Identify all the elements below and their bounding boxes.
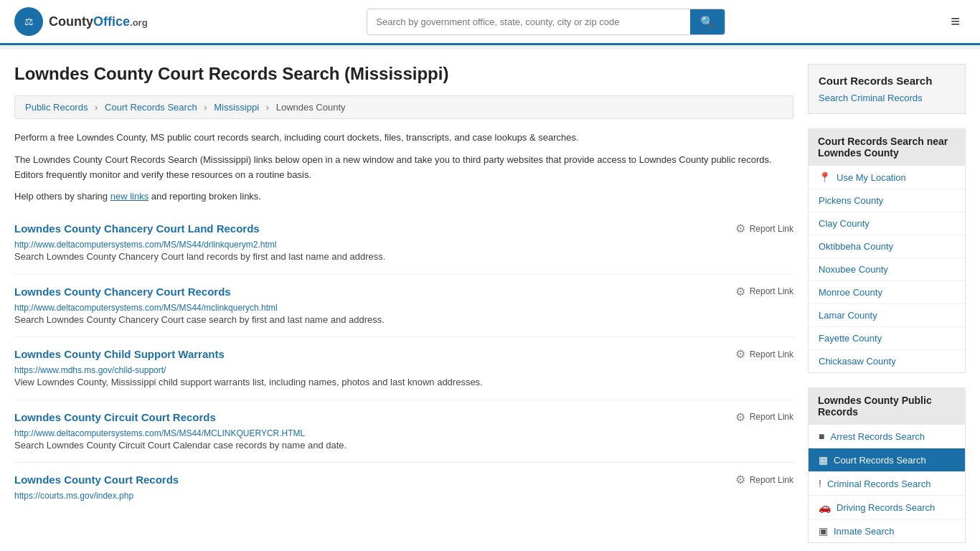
location-dot-icon: 📍 xyxy=(819,171,831,183)
breadcrumb-public-records[interactable]: Public Records xyxy=(25,102,88,113)
record-url-3[interactable]: http://www.deltacomputersystems.com/MS/M… xyxy=(14,428,305,438)
main-container: Lowndes County Court Records Search (Mis… xyxy=(0,50,980,551)
record-header: Lowndes County Child Support Warrants ⚙ … xyxy=(14,347,793,361)
inmate-icon: ▣ xyxy=(819,525,828,537)
public-records-section: Lowndes County Public Records ■Arrest Re… xyxy=(808,387,966,543)
record-title-4[interactable]: Lowndes County Court Records xyxy=(14,474,179,486)
ad-panel: Court Records Search Search Criminal Rec… xyxy=(808,64,966,114)
pub-record-1[interactable]: ▦Court Records Search xyxy=(809,448,965,472)
record-url-4[interactable]: https://courts.ms.gov/index.php xyxy=(14,491,133,501)
pub-record-label-1: Court Records Search xyxy=(834,455,926,466)
record-title-2[interactable]: Lowndes County Child Support Warrants xyxy=(14,348,225,360)
nearby-county-0[interactable]: Pickens County xyxy=(809,189,965,212)
court-icon: ▦ xyxy=(819,454,828,466)
nearby-counties-links: 📍 Use My Location Pickens CountyClay Cou… xyxy=(808,166,966,373)
records-list: Lowndes County Chancery Court Land Recor… xyxy=(14,212,793,511)
report-icon-4: ⚙ xyxy=(735,473,745,486)
record-header: Lowndes County Court Records ⚙ Report Li… xyxy=(14,473,793,486)
pub-record-0[interactable]: ■Arrest Records Search xyxy=(809,425,965,448)
arrest-icon: ■ xyxy=(819,430,824,442)
breadcrumb-mississippi[interactable]: Mississippi xyxy=(214,102,259,113)
record-desc-0: Search Lowndes County Chancery Court lan… xyxy=(14,250,793,264)
pub-record-label-0: Arrest Records Search xyxy=(830,431,925,442)
pub-record-label-4: Inmate Search xyxy=(834,526,895,537)
report-icon-0: ⚙ xyxy=(735,222,745,235)
report-icon-3: ⚙ xyxy=(735,410,745,424)
report-link-2[interactable]: ⚙ Report Link xyxy=(735,347,793,361)
record-header: Lowndes County Chancery Court Land Recor… xyxy=(14,222,793,235)
search-bar: 🔍 xyxy=(367,9,725,35)
record-desc-3: Search Lowndes County Circuit Court Cale… xyxy=(14,438,793,453)
record-item: Lowndes County Child Support Warrants ⚙ … xyxy=(14,337,793,400)
nearby-county-4[interactable]: Monroe County xyxy=(809,281,965,304)
pub-record-label-3: Driving Records Search xyxy=(837,502,935,513)
record-title-0[interactable]: Lowndes County Chancery Court Land Recor… xyxy=(14,222,260,235)
public-records-title: Lowndes County Public Records xyxy=(808,387,966,425)
nearby-counties-section: Court Records Search near Lowndes County… xyxy=(808,128,966,373)
pub-record-2[interactable]: !Criminal Records Search xyxy=(809,472,965,496)
nearby-county-1[interactable]: Clay County xyxy=(809,212,965,235)
driving-icon: 🚗 xyxy=(819,501,831,513)
page-title: Lowndes County Court Records Search (Mis… xyxy=(14,64,793,84)
report-link-4[interactable]: ⚙ Report Link xyxy=(735,473,793,486)
new-links-link[interactable]: new links xyxy=(110,191,149,202)
sidebar: Court Records Search Search Criminal Rec… xyxy=(808,64,966,551)
logo-area: ⚖ CountyOffice.org xyxy=(14,7,148,36)
nearby-counties-container: Pickens CountyClay CountyOktibbeha Count… xyxy=(809,189,965,372)
ad-panel-title: Court Records Search xyxy=(819,75,955,87)
nearby-county-5[interactable]: Lamar County xyxy=(809,304,965,327)
report-link-1[interactable]: ⚙ Report Link xyxy=(735,285,793,298)
description-3: Help others by sharing new links and rep… xyxy=(14,189,793,204)
description-1: Perform a free Lowndes County, MS public… xyxy=(14,131,793,146)
criminal-icon: ! xyxy=(819,478,821,489)
breadcrumb-court-records[interactable]: Court Records Search xyxy=(105,102,197,113)
pub-record-label-2: Criminal Records Search xyxy=(827,479,931,489)
record-title-3[interactable]: Lowndes County Circuit Court Records xyxy=(14,411,216,423)
breadcrumb-current: Lowndes County xyxy=(276,102,346,113)
desc3-post: and reporting broken links. xyxy=(149,191,261,202)
record-item: Lowndes County Court Records ⚙ Report Li… xyxy=(14,463,793,511)
record-desc-1: Search Lowndes County Chancery Court cas… xyxy=(14,313,793,327)
record-header: Lowndes County Circuit Court Records ⚙ R… xyxy=(14,410,793,424)
record-url-0[interactable]: http://www.deltacomputersystems.com/MS/M… xyxy=(14,240,276,250)
nearby-county-3[interactable]: Noxubee County xyxy=(809,258,965,281)
report-icon-2: ⚙ xyxy=(735,347,745,361)
logo-text: CountyOffice.org xyxy=(49,14,148,29)
use-my-location[interactable]: 📍 Use My Location xyxy=(809,166,965,189)
record-url-1[interactable]: http://www.deltacomputersystems.com/MS/M… xyxy=(14,303,278,313)
report-link-3[interactable]: ⚙ Report Link xyxy=(735,410,793,424)
report-icon-1: ⚙ xyxy=(735,285,745,298)
svg-text:⚖: ⚖ xyxy=(24,16,34,27)
search-button[interactable]: 🔍 xyxy=(690,9,725,34)
nearby-counties-title: Court Records Search near Lowndes County xyxy=(808,128,966,166)
record-item: Lowndes County Circuit Court Records ⚙ R… xyxy=(14,400,793,463)
menu-button[interactable]: ≡ xyxy=(945,9,966,34)
content-area: Lowndes County Court Records Search (Mis… xyxy=(14,64,793,551)
logo-icon: ⚖ xyxy=(14,7,43,36)
record-header: Lowndes County Chancery Court Records ⚙ … xyxy=(14,285,793,298)
desc3-pre: Help others by sharing xyxy=(14,191,110,202)
public-records-links: ■Arrest Records Search▦Court Records Sea… xyxy=(808,425,966,543)
record-url-2[interactable]: https://www.mdhs.ms.gov/child-support/ xyxy=(14,365,166,375)
record-title-1[interactable]: Lowndes County Chancery Court Records xyxy=(14,286,231,298)
record-item: Lowndes County Chancery Court Land Recor… xyxy=(14,212,793,275)
breadcrumb: Public Records › Court Records Search › … xyxy=(14,95,793,119)
report-link-0[interactable]: ⚙ Report Link xyxy=(735,222,793,235)
pub-record-4[interactable]: ▣Inmate Search xyxy=(809,519,965,542)
nearby-county-6[interactable]: Fayette County xyxy=(809,327,965,350)
nearby-county-2[interactable]: Oktibbeha County xyxy=(809,235,965,258)
record-desc-2: View Lowndes County, Mississippi child s… xyxy=(14,375,793,390)
header: ⚖ CountyOffice.org 🔍 ≡ xyxy=(0,0,980,45)
use-location-label: Use My Location xyxy=(837,172,906,183)
pub-record-3[interactable]: 🚗Driving Records Search xyxy=(809,496,965,519)
record-item: Lowndes County Chancery Court Records ⚙ … xyxy=(14,275,793,338)
description-2: The Lowndes County Court Records Search … xyxy=(14,153,793,183)
nearby-county-7[interactable]: Chickasaw County xyxy=(809,350,965,372)
ad-panel-subtitle[interactable]: Search Criminal Records xyxy=(819,93,955,103)
search-input[interactable] xyxy=(367,11,690,33)
